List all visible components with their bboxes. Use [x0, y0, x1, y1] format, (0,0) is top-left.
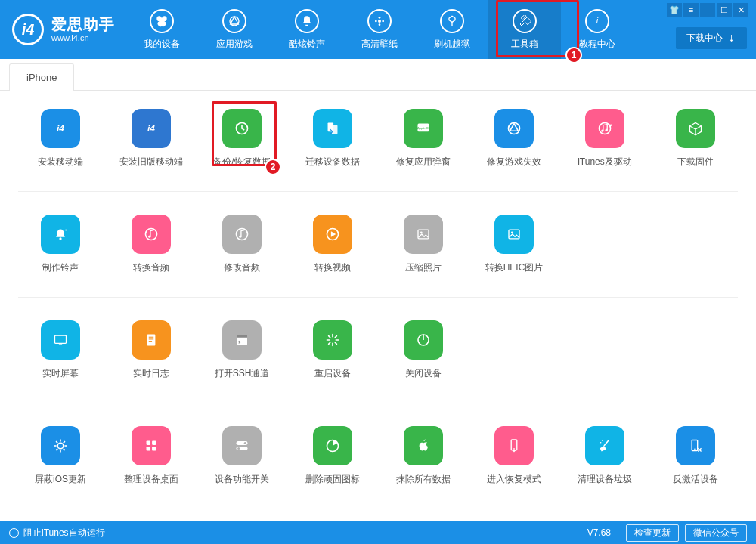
svg-rect-56 [147, 441, 150, 445]
tool-itunes-driver[interactable]: iTunes及驱动 [562, 104, 647, 173]
nav-my-device[interactable]: 我的设备 [125, 0, 198, 59]
tool-fix-app-popup[interactable]: Apple ID修复应用弹窗 [381, 104, 466, 173]
nav-flash-jailbreak[interactable]: 刷机越狱 [416, 0, 488, 59]
tool-shutdown-device[interactable]: 关闭设备 [381, 316, 466, 385]
svg-line-44 [329, 342, 330, 344]
logo-icon: i4 [12, 14, 44, 45]
tool-fix-game-fail[interactable]: 修复游戏失效 [472, 104, 556, 173]
svg-text:Apple ID: Apple ID [417, 126, 429, 130]
backup-restore-icon [222, 109, 262, 148]
annotation-badge-2: 2 [265, 159, 281, 175]
svg-rect-30 [59, 344, 62, 345]
device-switches-icon [222, 426, 262, 465]
tool-label: 进入恢复模式 [487, 473, 541, 486]
tool-label: 实时屏幕 [42, 367, 79, 380]
nav-toolbox[interactable]: 工具箱 [488, 0, 561, 59]
tool-organize-desktop[interactable]: 整理设备桌面 [109, 422, 194, 490]
tool-reboot-device[interactable]: 重启设备 [290, 316, 375, 385]
erase-all-data-icon [404, 426, 443, 465]
svg-point-1 [378, 20, 381, 23]
wechat-button[interactable]: 微信公众号 [685, 524, 747, 542]
tool-open-ssh[interactable]: 打开SSH通道 [200, 316, 284, 385]
svg-rect-34 [149, 341, 152, 342]
download-icon: ⭳ [727, 33, 736, 44]
tool-migrate-data[interactable]: 迁移设备数据 [290, 104, 375, 173]
block-ios-update-icon [41, 426, 80, 465]
tool-label: 删除顽固图标 [305, 473, 360, 486]
svg-point-70 [694, 449, 696, 450]
tool-compress-photo[interactable]: 压缩照片 [381, 210, 466, 279]
tool-make-ringtone[interactable]: +制作铃声 [18, 210, 103, 279]
svg-line-55 [56, 449, 57, 450]
tool-enter-recovery[interactable]: 进入恢复模式 [472, 422, 556, 490]
svg-point-20 [145, 228, 156, 240]
main-nav: 我的设备应用游戏酷炫铃声高清壁纸刷机越狱工具箱i教程中心 [125, 0, 634, 59]
tool-block-ios-update[interactable]: 屏蔽iOS更新 [18, 422, 103, 490]
nav-label: 我的设备 [144, 38, 180, 51]
row-divider [18, 191, 738, 192]
row-divider [18, 297, 738, 298]
my-device-icon [150, 9, 174, 33]
tool-label: 备份/恢复数据 [213, 156, 270, 168]
tool-convert-heic[interactable]: 转换HEIC图片 [472, 210, 556, 279]
tool-label: 实时日志 [133, 367, 169, 380]
reboot-device-icon [313, 320, 352, 360]
svg-text:i4: i4 [147, 123, 155, 134]
svg-point-28 [511, 232, 513, 234]
download-center-label: 下载中心 [686, 32, 723, 45]
tool-erase-all-data[interactable]: 抹除所有数据 [381, 422, 466, 490]
tool-download-firmware[interactable]: 下载固件 [653, 104, 738, 173]
download-firmware-icon [676, 109, 715, 148]
minimize-button[interactable]: — [700, 3, 715, 17]
svg-text:+: + [64, 227, 67, 232]
svg-line-53 [64, 449, 65, 450]
maximize-button[interactable]: ☐ [717, 3, 732, 17]
tool-backup-restore[interactable]: 备份/恢复数据2 [200, 104, 284, 173]
install-mobile-icon: i4 [41, 109, 80, 148]
migrate-data-icon [313, 109, 352, 148]
tab-iphone[interactable]: iPhone [9, 63, 74, 91]
nav-label: 高清壁纸 [361, 38, 398, 51]
close-button[interactable]: ✕ [733, 3, 748, 17]
tool-modify-audio[interactable]: 修改音频 [200, 210, 284, 279]
tool-label: 清理设备垃圾 [578, 473, 632, 486]
toolbox-content: i4安装移动端i4安装旧版移动端备份/恢复数据2迁移设备数据Apple ID修复… [0, 91, 756, 521]
nav-ringtones[interactable]: 酷炫铃声 [271, 0, 343, 59]
tool-grid: i4安装移动端i4安装旧版移动端备份/恢复数据2迁移设备数据Apple ID修复… [18, 104, 738, 490]
tool-convert-video[interactable]: 转换视频 [290, 210, 375, 279]
wallpapers-icon [367, 9, 392, 33]
app-header: i4 爱思助手 www.i4.cn 我的设备应用游戏酷炫铃声高清壁纸刷机越狱工具… [0, 0, 756, 59]
nav-wallpapers[interactable]: 高清壁纸 [343, 0, 416, 59]
delete-stubborn-icon-icon [313, 426, 352, 465]
svg-point-47 [57, 443, 64, 449]
tool-label: 反激活设备 [673, 473, 718, 486]
svg-rect-29 [54, 335, 66, 343]
tool-clean-junk[interactable]: 清理设备垃圾 [562, 422, 647, 490]
tool-live-screen[interactable]: 实时屏幕 [18, 316, 103, 385]
check-update-button[interactable]: 检查更新 [626, 524, 679, 542]
live-log-icon [132, 320, 171, 360]
tool-convert-audio[interactable]: 转换音频 [109, 210, 194, 279]
toolbox-icon [513, 9, 537, 33]
convert-heic-icon [494, 215, 534, 254]
svg-point-3 [379, 23, 381, 26]
tool-delete-stubborn-icon[interactable]: 删除顽固图标 [290, 422, 375, 490]
tool-deactivate-device[interactable]: 反激活设备 [653, 422, 738, 490]
svg-point-18 [59, 237, 61, 240]
tshirt-icon[interactable]: 👕 [667, 3, 682, 17]
block-itunes-label[interactable]: 阻止iTunes自动运行 [23, 527, 105, 539]
svg-point-63 [237, 447, 240, 450]
tool-install-old-mobile[interactable]: i4安装旧版移动端 [109, 104, 194, 173]
tool-label: 修改音频 [224, 261, 260, 274]
svg-line-41 [329, 336, 330, 338]
download-center-button[interactable]: 下载中心 ⭳ [676, 27, 747, 49]
tool-device-switches[interactable]: 设备功能开关 [200, 422, 284, 490]
tool-label: 抹除所有数据 [396, 473, 451, 486]
svg-line-54 [64, 441, 65, 443]
nav-apps-games[interactable]: 应用游戏 [198, 0, 271, 59]
tool-install-mobile[interactable]: i4安装移动端 [18, 104, 103, 173]
organize-desktop-icon [132, 426, 171, 465]
tool-live-log[interactable]: 实时日志 [109, 316, 194, 385]
menu-icon[interactable]: ≡ [683, 3, 699, 17]
tool-label: 整理设备桌面 [124, 473, 178, 486]
